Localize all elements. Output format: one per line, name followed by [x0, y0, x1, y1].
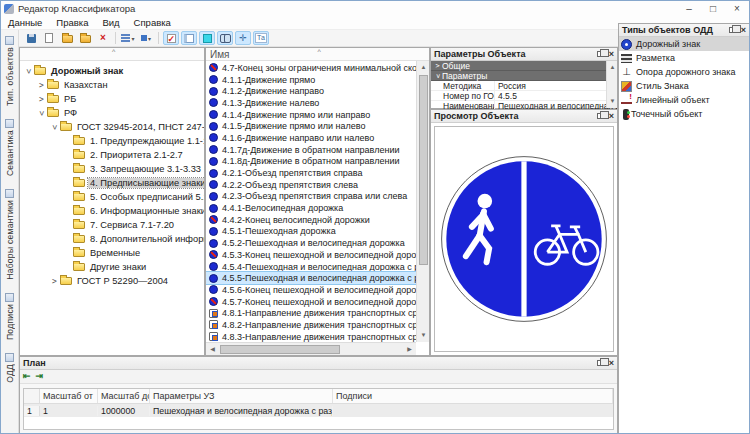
close-panel-icon[interactable]: × — [741, 26, 746, 35]
sign-list-item[interactable]: 4.5.4-Пешеходная и велосипедная дорожка … — [206, 261, 416, 273]
scroll-up-icon[interactable]: ▲ — [607, 61, 618, 74]
sign-list-item[interactable]: 4.1.4-Движение прямо или направо — [206, 109, 416, 121]
tree-item[interactable]: Другие знаки — [20, 260, 204, 274]
scroll-down-icon[interactable]: ▼ — [417, 329, 430, 342]
param-row[interactable]: МетодикаРоссия — [431, 81, 617, 91]
column-header[interactable]: Масштаб от — [40, 389, 98, 403]
sign-list-item[interactable]: 4.4.1-Велосипедная дорожка — [206, 202, 416, 214]
text-attr-icon[interactable]: Та — [253, 31, 269, 45]
delete-icon[interactable]: × — [95, 31, 111, 45]
save-icon[interactable] — [23, 31, 39, 45]
sign-list-item[interactable]: 4.1.6-Движение направо или налево — [206, 132, 416, 144]
tree-item[interactable]: >Дорожный знак — [20, 64, 204, 78]
side-tab-2[interactable]: Наборы семантики — [5, 189, 15, 280]
tree-item[interactable]: 1. Предупреждающие 1.1-1.34.3 — [20, 134, 204, 148]
sign-list-item[interactable]: 4.1.2-Движение направо — [206, 85, 416, 97]
remove-row-icon[interactable]: ⇥ — [36, 372, 44, 381]
tree-item[interactable]: >Казахстан — [20, 78, 204, 92]
chevron-down-icon[interactable]: ▾ — [131, 35, 134, 42]
expander-icon[interactable]: > — [50, 277, 59, 286]
sign-list-item[interactable]: 4.4.2-Конец велосипедной дорожки — [206, 214, 416, 226]
float-panel-icon[interactable] — [729, 27, 736, 33]
sign-list-item[interactable]: 4.1.3-Движение налево — [206, 97, 416, 109]
menu-item-3[interactable]: Справка — [127, 17, 178, 28]
sign-list-item[interactable]: 4.5.2-Пешеходная и велосипедная дорожка — [206, 237, 416, 249]
menu-item-1[interactable]: Правка — [49, 17, 95, 28]
sign-list-item[interactable]: 4.8.2-Направление движения транспортных … — [206, 319, 416, 331]
tree-column-header[interactable]: ^ — [20, 48, 204, 61]
plan-table-row[interactable]: 111000000Пешеходная и велосипедная дорож… — [24, 404, 613, 417]
odd-type-item[interactable]: ⊥Опора дорожного знака — [619, 65, 749, 79]
odd-type-item[interactable]: Точечный объект — [619, 107, 749, 121]
odd-type-item[interactable]: Стиль Знака — [619, 79, 749, 93]
sign-list-item[interactable]: 4.2.1-Объезд препятствия справа — [206, 167, 416, 179]
odd-type-item[interactable]: Дорожный знак — [619, 37, 749, 51]
expander-icon[interactable]: > — [37, 109, 46, 118]
expander-icon[interactable]: > — [37, 81, 46, 90]
scrollbar-thumb[interactable] — [220, 345, 340, 354]
tree-item[interactable]: >ГОСТ 32945-2014, ПНСТ 247-2017 — [20, 120, 204, 134]
new-document-icon[interactable] — [41, 31, 57, 45]
close-panel-icon[interactable]: × — [609, 359, 614, 368]
sign-list-item[interactable]: 4.1.1-Движение прямо — [206, 74, 416, 86]
float-panel-icon[interactable] — [597, 113, 604, 119]
tree-item[interactable]: Временные — [20, 246, 204, 260]
sign-list-item[interactable]: 4.5.5-Пешеходная и велосипедная дорожка … — [206, 272, 416, 284]
sign-list-item[interactable]: 4.1.5-Движение прямо или налево — [206, 120, 416, 132]
close-panel-icon[interactable]: × — [609, 112, 614, 121]
move-arrows-icon[interactable]: ✛ — [235, 31, 251, 45]
close-button[interactable]: × — [725, 2, 749, 16]
maximize-button[interactable]: □ — [701, 2, 725, 16]
binoculars-icon[interactable] — [217, 31, 233, 45]
list-column-header[interactable]: Имя ^ — [206, 48, 429, 61]
sign-list-item[interactable]: 4.1.8д-Движение в обратном направлении — [206, 156, 416, 168]
sign-list-item[interactable]: 4.1.7д-Движение в обратном направлении — [206, 144, 416, 156]
menu-item-0[interactable]: Данные — [1, 17, 49, 28]
tree-item[interactable]: 2. Приоритета 2.1-2.7 — [20, 148, 204, 162]
column-header[interactable]: Подписи — [333, 389, 613, 403]
sign-list-item[interactable]: 4.7-Конец зоны ограничения минимальной с… — [206, 62, 416, 74]
side-tab-0[interactable]: Тип. объектов — [5, 36, 15, 106]
panel-toggle-icon[interactable] — [181, 31, 197, 45]
float-panel-icon[interactable] — [597, 360, 604, 366]
tree-item[interactable]: 7. Сервиса 7.1-7.20 — [20, 218, 204, 232]
open-folder-icon[interactable] — [59, 31, 75, 45]
tree-item[interactable]: 6. Информационные знаки 6.1-6.21.2 — [20, 204, 204, 218]
cyan-square-icon[interactable] — [199, 31, 215, 45]
list-view-icon[interactable]: ▾ — [120, 31, 136, 45]
param-row[interactable]: Номер по ГОСТ4.5.5 — [431, 91, 617, 101]
tree-item[interactable]: 8. Дополнительной информации 8.1.1-8.24 — [20, 232, 204, 246]
expander-icon[interactable]: > — [37, 95, 46, 104]
tree-item[interactable]: >ГОСТ Р 52290—2004 — [20, 274, 204, 288]
horizontal-scrollbar[interactable]: ◀ ▶ — [206, 342, 416, 355]
expander-icon[interactable]: > — [24, 67, 33, 76]
scroll-left-icon[interactable]: ◀ — [206, 343, 219, 356]
scroll-down-icon[interactable]: ▼ — [607, 95, 618, 108]
sign-list-item[interactable]: 4.8.3-Направление движения транспортных … — [206, 331, 416, 342]
sign-list-item[interactable]: 4.8.1-Направление движения транспортных … — [206, 307, 416, 319]
minimize-button[interactable]: – — [677, 2, 701, 16]
tree-item[interactable]: 3. Запрещающие 3.1-3.33 — [20, 162, 204, 176]
side-tab-1[interactable]: Семантика — [5, 119, 15, 176]
sign-list-item[interactable]: 4.5.3-Конец пешеходной и велосипедной до… — [206, 249, 416, 261]
odd-type-item[interactable]: Разметка — [619, 51, 749, 65]
column-header[interactable]: Параметры УЗ — [150, 389, 333, 403]
float-panel-icon[interactable] — [597, 51, 604, 57]
folder-icon[interactable] — [77, 31, 93, 45]
tree-item[interactable]: >РФ — [20, 106, 204, 120]
section-header-params[interactable]: >Параметры — [431, 71, 617, 81]
sign-list-item[interactable]: 4.5.7-Конец пешеходной и велосипедной до… — [206, 296, 416, 308]
scrollbar-thumb[interactable] — [419, 75, 428, 265]
odd-type-item[interactable]: Линейный объект — [619, 93, 749, 107]
vertical-scrollbar[interactable]: ▲ ▼ — [416, 61, 429, 342]
side-tab-4[interactable]: ОДД — [5, 353, 15, 383]
expander-icon[interactable]: > — [50, 123, 59, 132]
check-red-icon[interactable]: ✓ — [163, 31, 179, 45]
tree-item[interactable]: 5. Особых предписаний 5.1-5.34 — [20, 190, 204, 204]
chevron-down-icon[interactable]: ▾ — [148, 35, 151, 42]
sign-list-item[interactable]: 4.2.2-Объезд препятствия слева — [206, 179, 416, 191]
menu-item-2[interactable]: Вид — [95, 17, 126, 28]
sign-list-item[interactable]: 4.2.3-Объезд препятствия справа или слев… — [206, 191, 416, 203]
tree-item[interactable]: 4. Предписывающие знаки 4.1.1-4.8.3 — [20, 176, 204, 190]
add-row-icon[interactable]: ⇤ — [23, 372, 31, 381]
